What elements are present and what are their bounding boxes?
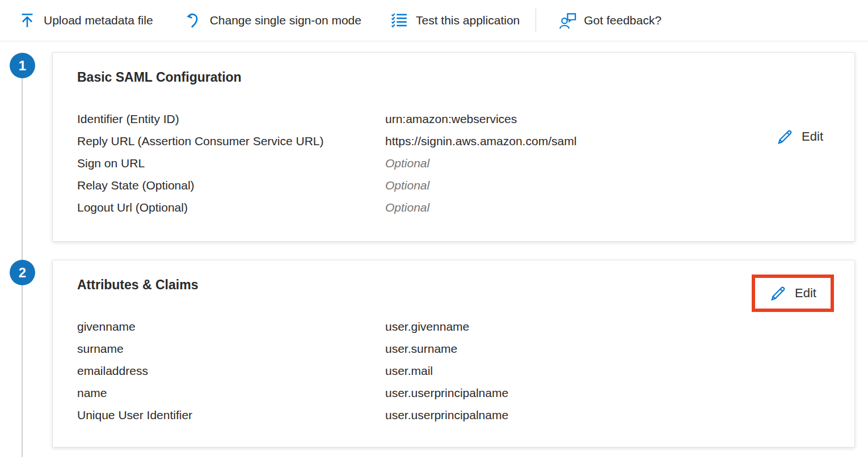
claim-value: user.userprincipalname — [385, 404, 508, 426]
claim-name: Unique User Identifier — [77, 404, 385, 426]
field-label: Reply URL (Assertion Consumer Service UR… — [77, 130, 385, 152]
command-bar: Upload metadata file Change single sign-… — [0, 0, 868, 41]
basic-saml-configuration-card: Basic SAML Configuration Edit Identifier… — [52, 52, 855, 242]
red-highlight-box: Edit — [752, 275, 834, 312]
field-value: https://signin.aws.amazon.com/saml — [385, 130, 576, 152]
field-row-sign-on-url: Sign on URL Optional — [77, 152, 830, 174]
claim-name: emailaddress — [77, 360, 385, 382]
claim-value: user.userprincipalname — [385, 382, 508, 404]
field-label: Sign on URL — [77, 152, 385, 174]
field-value: urn:amazon:webservices — [385, 108, 517, 130]
field-label: Relay State (Optional) — [77, 174, 385, 196]
field-value-optional: Optional — [385, 152, 429, 174]
basic-saml-fields: Identifier (Entity ID) urn:amazon:webser… — [77, 108, 830, 218]
field-value-optional: Optional — [385, 174, 429, 196]
claim-row-surname: surname user.surname — [77, 337, 830, 360]
upload-icon — [19, 12, 36, 29]
got-feedback-button[interactable]: Got feedback? — [559, 12, 661, 29]
claim-name: name — [77, 382, 385, 404]
pencil-icon — [776, 128, 794, 146]
claim-row-emailaddress: emailaddress user.mail — [77, 360, 830, 382]
upload-metadata-file-label: Upload metadata file — [44, 14, 153, 27]
got-feedback-label: Got feedback? — [584, 14, 661, 27]
claim-name: givenname — [77, 315, 385, 337]
change-sso-mode-label: Change single sign-on mode — [210, 14, 361, 27]
basic-saml-configuration-title: Basic SAML Configuration — [77, 70, 830, 85]
test-application-button[interactable]: Test this application — [391, 12, 520, 29]
feedback-person-icon — [559, 12, 576, 29]
field-row-relay-state: Relay State (Optional) Optional — [77, 174, 830, 196]
edit-basic-saml-button[interactable]: Edit — [776, 128, 823, 146]
field-row-logout-url: Logout Url (Optional) Optional — [77, 196, 830, 218]
upload-metadata-file-button[interactable]: Upload metadata file — [19, 12, 153, 29]
toolbar-divider — [536, 9, 536, 32]
claims-list: givenname user.givenname surname user.su… — [77, 315, 830, 426]
test-application-label: Test this application — [416, 14, 520, 27]
edit-basic-saml-label: Edit — [802, 129, 823, 144]
undo-arrow-icon — [185, 12, 202, 29]
step-2-number: 2 — [19, 265, 26, 281]
field-label: Identifier (Entity ID) — [77, 108, 385, 130]
edit-attributes-claims-label: Edit — [795, 286, 816, 301]
attributes-claims-card: Attributes & Claims Edit givenname user.… — [52, 260, 855, 448]
claim-value: user.surname — [385, 337, 457, 360]
checklist-icon — [391, 12, 408, 29]
claim-name: surname — [77, 337, 385, 360]
step-2-badge: 2 — [10, 260, 35, 285]
change-sso-mode-button[interactable]: Change single sign-on mode — [185, 12, 361, 29]
claim-row-name: name user.userprincipalname — [77, 382, 830, 404]
claim-value: user.givenname — [385, 315, 469, 337]
claim-row-unique-user-identifier: Unique User Identifier user.userprincipa… — [77, 404, 830, 426]
edit-attributes-claims-button[interactable]: Edit — [769, 284, 816, 302]
attributes-claims-title: Attributes & Claims — [77, 277, 830, 293]
field-row-reply-url: Reply URL (Assertion Consumer Service UR… — [77, 130, 830, 152]
field-value-optional: Optional — [385, 196, 429, 218]
pencil-icon — [769, 284, 787, 302]
step-1-badge: 1 — [10, 53, 35, 78]
field-row-identifier: Identifier (Entity ID) urn:amazon:webser… — [77, 108, 830, 130]
claim-row-givenname: givenname user.givenname — [77, 315, 830, 337]
field-label: Logout Url (Optional) — [77, 196, 385, 218]
claim-value: user.mail — [385, 360, 433, 382]
step-1-number: 1 — [19, 58, 26, 74]
